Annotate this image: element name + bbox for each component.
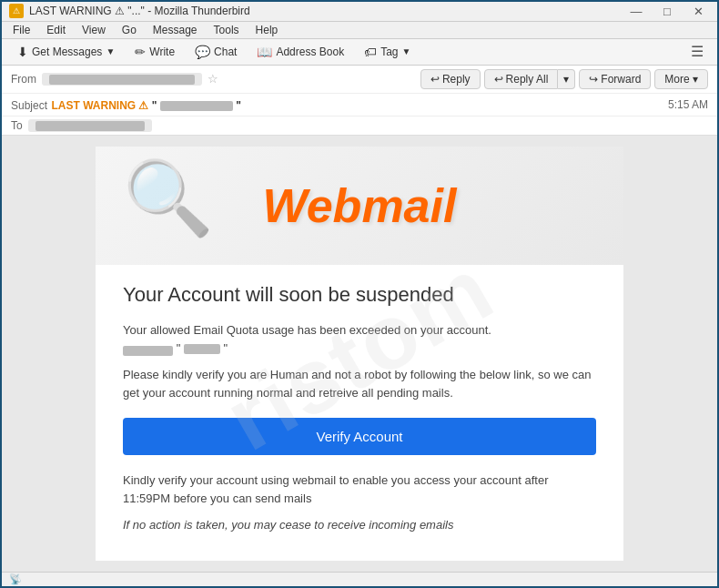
app-window: ⚠ LAST WARNING ⚠ "..." - Mozilla Thunder… xyxy=(0,0,719,588)
forward-icon: ↪ xyxy=(589,73,598,86)
menu-edit[interactable]: Edit xyxy=(39,22,73,38)
email-header: From ☆ ↩ Reply ↩ Reply All xyxy=(2,66,717,137)
webmail-logo: Webmail xyxy=(263,178,457,233)
menu-message[interactable]: Message xyxy=(146,22,205,38)
menu-go[interactable]: Go xyxy=(115,22,144,38)
toolbar: ⬇ Get Messages ▼ ✏ Write 💬 Chat 📖 Addres… xyxy=(2,39,717,66)
address-book-button[interactable]: 📖 Address Book xyxy=(248,40,352,64)
tag-dropdown-arrow[interactable]: ▼ xyxy=(402,46,411,56)
subject-area: Subject LAST WARNING ⚠ " " xyxy=(11,96,241,113)
email-text-content: Your Account will soon be suspended Your… xyxy=(96,265,623,560)
to-row: To xyxy=(2,117,717,136)
chat-icon: 💬 xyxy=(195,45,210,59)
reply-all-group: ↩ Reply All ▾ xyxy=(484,69,576,89)
reply-all-button[interactable]: ↩ Reply All xyxy=(484,69,559,89)
email-header-top: From ☆ ↩ Reply ↩ Reply All xyxy=(2,66,717,94)
title-bar-controls: — □ ✕ xyxy=(624,2,710,20)
minimize-button[interactable]: — xyxy=(624,2,648,20)
email-banner: 🔍 Webmail xyxy=(96,147,623,265)
email-actions: ↩ Reply ↩ Reply All ▾ ↪ Forward xyxy=(420,69,708,89)
email-para2: Please kindly verify you are Human and n… xyxy=(123,366,596,401)
from-row: From ☆ xyxy=(11,72,218,86)
menu-tools[interactable]: Tools xyxy=(207,22,247,38)
subject-text: LAST WARNING ⚠ " " xyxy=(51,99,240,112)
email-content: ristom 🔍 Webmail Your Account will soon … xyxy=(96,147,623,560)
toolbar-menu-button[interactable]: ☰ xyxy=(684,39,710,65)
menu-view[interactable]: View xyxy=(75,22,113,38)
chat-button[interactable]: 💬 Chat xyxy=(187,40,245,64)
reply-all-dropdown[interactable]: ▾ xyxy=(558,69,575,89)
email-para1: Your allowed Email Quota usage has been … xyxy=(123,321,596,357)
dropdown-arrow[interactable]: ▼ xyxy=(106,46,115,56)
reply-all-icon: ↩ xyxy=(494,73,503,86)
magnify-watermark: 🔍 xyxy=(123,156,214,241)
menu-help[interactable]: Help xyxy=(248,22,286,38)
more-button[interactable]: More ▾ xyxy=(654,69,708,89)
window-title: LAST WARNING ⚠ "..." - Mozilla Thunderbi… xyxy=(29,5,250,17)
main-container: From ☆ ↩ Reply ↩ Reply All xyxy=(2,66,717,572)
forward-button[interactable]: ↪ Forward xyxy=(579,69,651,89)
close-button[interactable]: ✕ xyxy=(686,2,710,20)
write-icon: ✏ xyxy=(135,45,146,59)
time-display: 5:15 AM xyxy=(668,98,708,111)
star-icon[interactable]: ☆ xyxy=(208,72,218,86)
reply-button[interactable]: ↩ Reply xyxy=(420,69,481,89)
get-messages-button[interactable]: ⬇ Get Messages ▼ xyxy=(9,40,123,64)
reply-icon: ↩ xyxy=(430,73,440,86)
email-headline: Your Account will soon be suspended xyxy=(123,283,596,307)
app-icon: ⚠ xyxy=(9,4,24,18)
menu-bar: File Edit View Go Message Tools Help xyxy=(2,22,717,39)
address-book-icon: 📖 xyxy=(257,45,272,59)
email-para3: Kindly verify your account using webmail… xyxy=(123,471,596,507)
to-label: To xyxy=(11,119,23,132)
get-messages-icon: ⬇ xyxy=(17,45,28,59)
title-bar-left: ⚠ LAST WARNING ⚠ "..." - Mozilla Thunder… xyxy=(9,4,250,18)
italic-warning: If no action is taken, you may cease to … xyxy=(123,516,596,534)
status-bar: 📡 xyxy=(2,572,717,586)
from-address xyxy=(42,73,202,86)
title-bar: ⚠ LAST WARNING ⚠ "..." - Mozilla Thunder… xyxy=(2,2,717,22)
email-body: ristom 🔍 Webmail Your Account will soon … xyxy=(2,136,717,571)
subject-redacted xyxy=(160,101,233,111)
subject-row: Subject LAST WARNING ⚠ " " 5:15 AM xyxy=(2,94,717,117)
to-address xyxy=(28,119,152,133)
status-icon: 📡 xyxy=(9,573,22,585)
tag-button[interactable]: 🏷 Tag ▼ xyxy=(356,40,419,64)
from-label: From xyxy=(11,73,36,86)
menu-file[interactable]: File xyxy=(5,22,37,38)
maximize-button[interactable]: □ xyxy=(655,2,679,20)
write-button[interactable]: ✏ Write xyxy=(127,40,183,64)
verify-account-button[interactable]: Verify Account xyxy=(123,418,596,455)
tag-icon: 🏷 xyxy=(364,45,377,59)
